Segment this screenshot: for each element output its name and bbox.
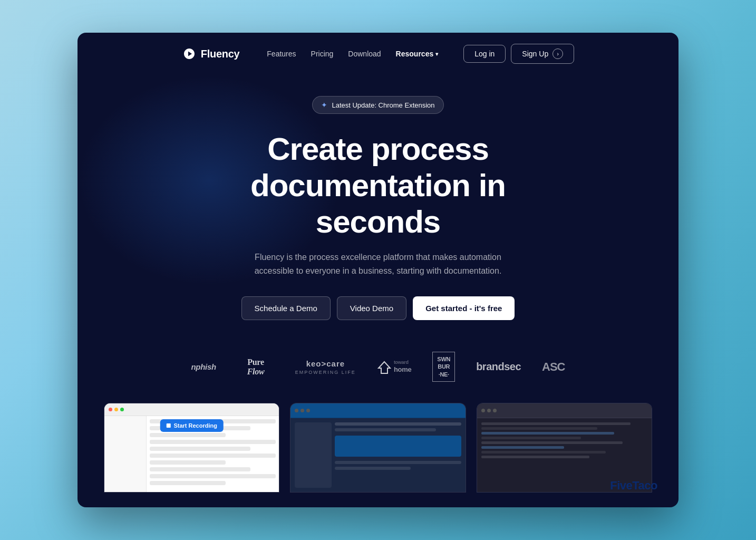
recording-button[interactable]: Start Recording (160, 419, 224, 432)
nav-pricing[interactable]: Pricing (311, 50, 334, 58)
logo-pureflow: Pure Flow (237, 354, 274, 380)
towardhome-icon (377, 360, 392, 374)
cta-buttons: Schedule a Demo Video Demo Get started -… (241, 296, 515, 320)
pureflow-svg: Pure Flow (237, 354, 274, 378)
chevron-down-icon: ▾ (435, 51, 438, 57)
get-started-button[interactable]: Get started - it's free (413, 296, 515, 320)
logo-unphish: nphish (191, 362, 216, 371)
logo-text: Fluency (201, 48, 239, 60)
nav-download[interactable]: Download (348, 50, 381, 58)
logo-asc: ASC (542, 360, 565, 374)
navbar: Fluency Features Pricing Download Resour… (77, 33, 679, 75)
screenshot-card-1: Start Recording (104, 403, 279, 493)
browser-window: Fluency Features Pricing Download Resour… (77, 33, 679, 507)
logos-section: nphish Pure Flow keo>care EMPOWERING LIF… (77, 352, 679, 382)
star-icon: ✦ (321, 101, 327, 109)
video-demo-button[interactable]: Video Demo (337, 296, 406, 320)
svg-text:Pure: Pure (247, 358, 264, 367)
watermark: FiveTaco (610, 479, 657, 493)
hero-section: ✦ Latest Update: Chrome Extension Create… (77, 75, 679, 352)
svg-text:Flow: Flow (247, 367, 265, 376)
update-badge[interactable]: ✦ Latest Update: Chrome Extension (312, 96, 443, 114)
logo-swinburne: SWNBUR·NE· (432, 352, 455, 382)
logo-brandsec: brandsec (476, 361, 521, 373)
schedule-demo-button[interactable]: Schedule a Demo (241, 296, 331, 320)
hero-subtitle: Fluency is the process excellence platfo… (241, 250, 515, 277)
logo-keocare: keo>care EMPOWERING LIFE (295, 358, 356, 376)
logo-towardhome: towardhome (377, 360, 411, 374)
nav-buttons: Log in Sign Up › (463, 44, 574, 64)
screenshots-section: Start Recording (77, 403, 679, 493)
hero-title: Create process documentation in seconds (188, 131, 568, 240)
nav-features[interactable]: Features (267, 50, 296, 58)
svg-marker-2 (379, 362, 390, 373)
nav-links: Features Pricing Download Resources ▾ (267, 50, 438, 58)
record-icon (166, 423, 170, 428)
signup-arrow-icon: › (553, 49, 563, 59)
signup-button[interactable]: Sign Up › (511, 44, 574, 64)
screenshot-card-2 (290, 403, 466, 493)
logo[interactable]: Fluency (182, 46, 239, 61)
nav-resources[interactable]: Resources ▾ (396, 50, 439, 58)
login-button[interactable]: Log in (463, 45, 506, 63)
logo-icon (182, 46, 197, 61)
